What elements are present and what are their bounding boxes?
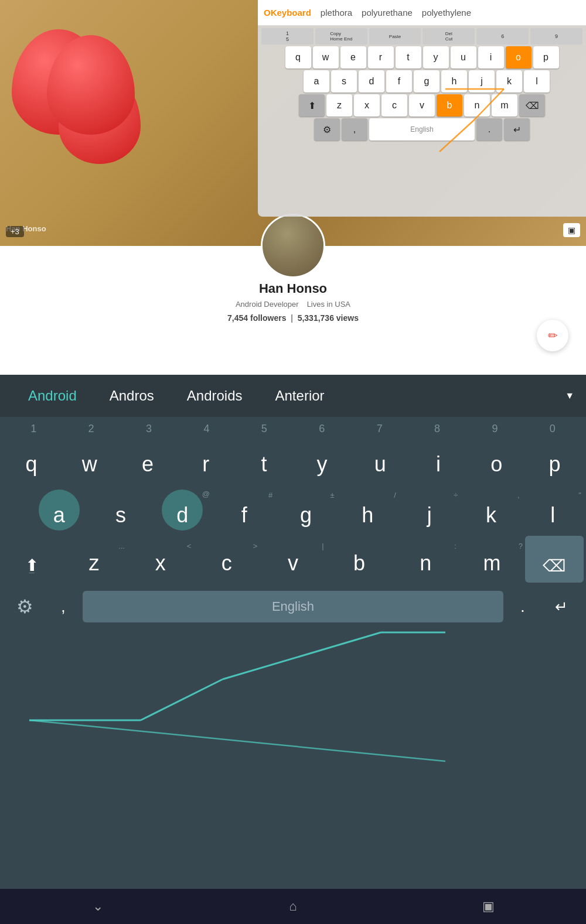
gear-button[interactable]: ⚙ [6,589,44,624]
key-x[interactable]: x< [127,536,193,583]
key-t[interactable]: t [235,437,293,484]
mini-key-enter[interactable]: ↵ [504,118,530,141]
qwerty-row: q w e r t y u i o p [0,437,586,484]
key-g[interactable]: g± [275,485,336,535]
key-y[interactable]: y [293,437,351,484]
mini-key-r[interactable]: r [368,46,394,69]
mini-key-p[interactable]: p [533,46,559,69]
gallery-count[interactable]: +3 [6,226,24,237]
mini-key-o[interactable]: o [506,46,532,69]
home-button[interactable]: ⌂ [275,895,311,918]
num-key-2[interactable]: 2 [62,420,120,437]
shift-key[interactable]: ⬆ — [2,536,61,583]
mini-key-t[interactable]: t [396,46,421,69]
key-i[interactable]: i [409,437,467,484]
key-r[interactable]: r [177,437,235,484]
mini-key-u[interactable]: u [451,46,476,69]
mini-suggestion-plethora[interactable]: plethora [321,8,352,18]
num-key-8[interactable]: 8 [408,420,466,437]
key-b[interactable]: b [326,536,393,583]
key-e[interactable]: e [118,437,176,484]
mini-key-comma[interactable]: , [342,118,367,141]
mini-key-e[interactable]: e [340,46,366,69]
suggestions-expand-arrow[interactable]: ▼ [565,391,574,401]
mini-fn-paste[interactable]: Paste [369,28,421,45]
avatar[interactable] [261,214,325,278]
mini-key-w[interactable]: w [313,46,339,69]
mini-fn-1[interactable]: 15 [261,28,314,45]
mini-key-shift[interactable]: ⬆ [299,94,325,117]
suggestion-anterior[interactable]: Anterior [259,388,341,404]
key-l[interactable]: l" [522,485,584,535]
num-key-6[interactable]: 6 [293,420,350,437]
suggestion-andros[interactable]: Andros [93,388,171,404]
mini-key-g[interactable]: g [414,70,440,93]
num-key-7[interactable]: 7 [350,420,408,437]
key-o[interactable]: o [468,437,526,484]
period-key[interactable]: . [508,589,537,624]
mini-fn-6[interactable]: 6 [476,28,529,45]
mini-key-backspace[interactable]: ⌫ [519,94,545,117]
recents-button[interactable]: ▣ [471,895,506,918]
comma-key[interactable]: , [49,589,78,624]
key-k[interactable]: k, [460,485,522,535]
key-a[interactable]: a [28,485,90,535]
key-d[interactable]: d @ [152,485,213,535]
num-key-4[interactable]: 4 [178,420,235,437]
mini-key-v[interactable]: v [409,94,435,117]
back-button[interactable]: ⌄ [80,895,115,918]
key-v[interactable]: v| [260,536,326,583]
key-z[interactable]: z... [61,536,127,583]
key-j[interactable]: j÷ [398,485,460,535]
mini-fn-cut[interactable]: DelCut [423,28,475,45]
num-key-0[interactable]: 0 [524,420,581,437]
mini-key-j[interactable]: j [469,70,495,93]
mini-fn-copy[interactable]: CopyHome End [315,28,367,45]
mini-key-m[interactable]: m [492,94,517,117]
key-q[interactable]: q [2,437,60,484]
mini-key-gear[interactable]: ⚙ [314,118,340,141]
mini-key-s[interactable]: s [331,70,357,93]
mini-key-z[interactable]: z [326,94,352,117]
mini-spacebar[interactable]: English [369,118,475,141]
mini-key-x[interactable]: x [354,94,380,117]
mini-key-f[interactable]: f [386,70,412,93]
mini-key-h[interactable]: h [441,70,467,93]
mini-suggestion-polyurethane[interactable]: polyurethane [362,8,413,18]
key-u[interactable]: u [351,437,409,484]
edit-profile-button[interactable]: ✏ [537,320,568,351]
key-n[interactable]: n: [393,536,459,583]
backspace-icon: ⌫ [543,556,566,576]
key-s[interactable]: s [90,485,151,535]
mini-key-n[interactable]: n [464,94,490,117]
num-key-5[interactable]: 5 [236,420,293,437]
key-w[interactable]: w [60,437,118,484]
mini-key-l[interactable]: l [524,70,550,93]
suggestion-android[interactable]: Android [12,388,93,404]
mini-key-c[interactable]: c [381,94,407,117]
chat-icon[interactable]: ▣ [563,223,580,237]
key-m[interactable]: m? [459,536,525,583]
spacebar[interactable]: English [83,591,503,622]
mini-key-y[interactable]: y [423,46,449,69]
mini-suggestion-okeyboard[interactable]: OKeyboard [264,8,311,18]
suggestion-androids[interactable]: Androids [171,388,259,404]
key-f[interactable]: f# [213,485,275,535]
mini-key-i[interactable]: i [478,46,504,69]
enter-key[interactable]: ↵ [542,589,580,624]
mini-fn-7[interactable]: 9 [530,28,582,45]
mini-key-q[interactable]: q [285,46,311,69]
backspace-key[interactable]: ⌫ [525,536,584,583]
key-p[interactable]: p [526,437,584,484]
key-c[interactable]: c> [193,536,260,583]
mini-key-k[interactable]: k [496,70,522,93]
num-key-3[interactable]: 3 [120,420,178,437]
mini-suggestion-polyethylene[interactable]: polyethylene [422,8,471,18]
mini-key-d[interactable]: d [359,70,384,93]
num-key-1[interactable]: 1 [5,420,62,437]
mini-key-a[interactable]: a [304,70,329,93]
num-key-9[interactable]: 9 [466,420,523,437]
mini-key-period[interactable]: . [476,118,502,141]
mini-key-b[interactable]: b [437,94,462,117]
key-h[interactable]: h/ [337,485,398,535]
